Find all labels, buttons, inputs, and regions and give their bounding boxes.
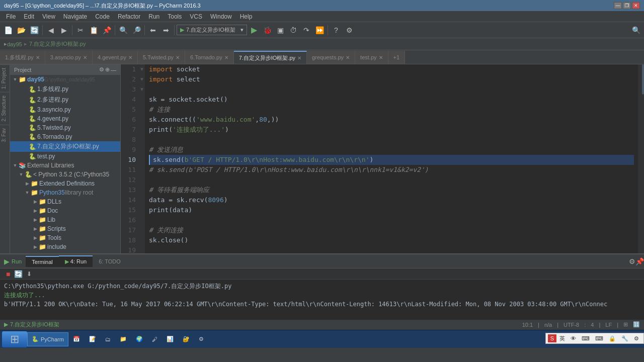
menu-vcs[interactable]: VCS — [186, 12, 206, 21]
tab-2[interactable]: 4.gevent.py ✕ — [93, 51, 138, 64]
tab-2-close[interactable]: ✕ — [128, 55, 132, 60]
tree-item-tools[interactable]: ▶ 📁 Tools — [10, 233, 120, 242]
tree-item-ext-defs[interactable]: ▶ 📁 Extended Definitions — [10, 179, 120, 188]
tab-6-close[interactable]: ✕ — [346, 55, 350, 60]
gutter-tab-structure[interactable]: 2: Structure — [0, 92, 10, 125]
breadcrumb-file[interactable]: 7.自定义异步IO框架.py — [29, 40, 86, 48]
taskbar-item-6[interactable]: 🌍 — [131, 332, 147, 346]
menu-help[interactable]: Help — [236, 12, 257, 21]
menu-run[interactable]: Run — [144, 12, 164, 21]
help-button[interactable]: ? — [330, 24, 342, 36]
tree-item-include[interactable]: ▶ 📁 include — [10, 242, 120, 251]
tree-item-3-asyncio[interactable]: 🐍 3.asyncio.py — [10, 105, 120, 114]
resume-button[interactable]: ⏩ — [313, 24, 326, 36]
taskbar-item-7[interactable]: 🖋 — [147, 332, 162, 346]
menu-tools[interactable]: Tools — [164, 12, 186, 21]
menu-code[interactable]: Code — [91, 12, 114, 21]
bottom-tab-terminal[interactable]: Terminal — [26, 256, 59, 267]
menu-view[interactable]: View — [38, 12, 59, 21]
taskbar-item-10[interactable]: ⚙ — [194, 332, 208, 346]
tree-item-2-duojincheng[interactable]: 🐍 2.多进程.py — [10, 95, 120, 105]
tab-7-close[interactable]: ✕ — [379, 55, 383, 60]
menu-refactor[interactable]: Refactor — [114, 12, 144, 21]
fold-1[interactable]: ▼ — [139, 64, 145, 74]
fold-2[interactable]: ▼ — [139, 74, 145, 84]
taskbar-item-8[interactable]: 📊 — [162, 332, 178, 346]
taskbar-item-9[interactable]: 🔐 — [178, 332, 194, 346]
run-scroll-btn[interactable]: ⬇ — [25, 270, 34, 278]
search-button[interactable]: 🔍 — [117, 24, 129, 36]
new-file-button[interactable]: 📄 — [2, 24, 14, 36]
tab-4[interactable]: 6.Tornado.py ✕ — [185, 51, 234, 64]
tab-5[interactable]: 7.自定义异步IO框架.py ✕ — [234, 51, 307, 64]
debug-button[interactable]: 🐞 — [261, 24, 273, 36]
tab-1-close[interactable]: ✕ — [83, 55, 87, 60]
tree-item-scripts[interactable]: ▶ 📁 Scripts — [10, 224, 120, 233]
bottom-settings-btn[interactable]: ⚙ — [629, 257, 635, 265]
tab-3-close[interactable]: ✕ — [176, 55, 180, 60]
ime-eye-btn[interactable]: 👁 — [568, 334, 579, 342]
back-button[interactable]: ◀ — [45, 24, 57, 36]
start-button[interactable]: ⊞ — [2, 331, 27, 347]
editor[interactable]: 1 2 3 4 5 6 7 8 9 10 11 12 13 14 15 16 1… — [121, 64, 644, 253]
tree-item-lib[interactable]: ▶ 📁 Lib — [10, 215, 120, 224]
ime-kb1-btn[interactable]: ⌨ — [579, 334, 592, 343]
profile-button[interactable]: ⏱ — [287, 24, 299, 36]
menu-window[interactable]: Window — [206, 12, 236, 21]
breadcrumb-day95[interactable]: day95 — [7, 41, 22, 47]
ime-settings-btn[interactable]: ⚙ — [631, 334, 641, 343]
tree-item-doc[interactable]: ▶ 📁 Doc — [10, 206, 120, 215]
paste-button[interactable]: 📌 — [101, 24, 113, 36]
search-everywhere-button[interactable]: 🔍 — [630, 24, 642, 36]
sidebar-collapse-btn[interactable]: — — [111, 66, 116, 73]
next-occurrence-button[interactable]: ➡ — [160, 24, 172, 36]
run-restart-btn[interactable]: 🔄 — [12, 270, 25, 278]
ime-tool-btn[interactable]: 🔧 — [619, 334, 631, 343]
taskbar-item-3[interactable]: 📝 — [85, 332, 101, 346]
restore-button[interactable]: ❐ — [623, 2, 631, 9]
settings-button[interactable]: ⚙ — [343, 24, 355, 36]
minimize-button[interactable]: — — [614, 2, 622, 9]
bottom-pin-btn[interactable]: 📌 — [635, 257, 644, 265]
tab-5-close[interactable]: ✕ — [297, 55, 301, 61]
ime-kb2-btn[interactable]: ⌨ — [593, 334, 606, 343]
step-button[interactable]: ↷ — [300, 24, 312, 36]
copy-button[interactable]: 📋 — [88, 24, 100, 36]
taskbar-item-2[interactable]: 📅 — [68, 332, 85, 346]
fold-14[interactable]: ▼ — [139, 84, 145, 95]
sync-button[interactable]: 🔄 — [28, 24, 40, 36]
tree-item-test[interactable]: 🐍 test.py — [10, 152, 120, 161]
run-stop-btn[interactable]: ■ — [4, 270, 12, 278]
tab-0-close[interactable]: ✕ — [36, 55, 40, 60]
menu-file[interactable]: File — [2, 12, 20, 21]
tree-item-day95-root[interactable]: ▼ 📁 day95 G:\python_code\day95 — [10, 75, 120, 84]
tree-item-1-duoxiancheng[interactable]: 🐍 1.多线程.py — [10, 84, 120, 95]
tree-item-4-gevent[interactable]: 🐍 4.gevent.py — [10, 114, 120, 123]
ime-lang-btn[interactable]: 英 — [557, 334, 568, 343]
sidebar-expand-btn[interactable]: ⊕ — [105, 66, 110, 73]
prev-occurrence-button[interactable]: ⬅ — [147, 24, 159, 36]
tree-item-5-twisted[interactable]: 🐍 5.Twisted.py — [10, 123, 120, 132]
close-button[interactable]: ✕ — [632, 2, 640, 9]
tab-0[interactable]: 1.多线程.py ✕ — [0, 51, 45, 64]
tree-item-python35[interactable]: ▼ 🐍 < Python 3.5.2 (C:\Python35 — [10, 170, 120, 179]
taskbar-item-pycharm[interactable]: 🐍 PyCharm — [27, 332, 68, 346]
menu-edit[interactable]: Edit — [20, 12, 38, 21]
run-config-selector[interactable]: ▶ 7.自定义异步IO框架 ▾ — [177, 25, 247, 35]
menu-navigate[interactable]: Navigate — [59, 12, 91, 21]
bottom-tab-todo[interactable]: 6: TODO — [93, 256, 127, 266]
tree-item-7-custom[interactable]: 🐍 7.自定义异步IO框架.py — [10, 141, 120, 152]
tab-6[interactable]: grequests.py ✕ — [307, 51, 355, 64]
open-button[interactable]: 📂 — [15, 24, 27, 36]
tree-item-py35-lib[interactable]: ▼ 📁 Python35 library root — [10, 188, 120, 197]
tree-item-dlls[interactable]: ▶ 📁 DLLs — [10, 197, 120, 206]
tree-item-6-tornado[interactable]: 🐍 6.Tornado.py — [10, 132, 120, 141]
run-tab[interactable]: ▶ Run — [0, 257, 26, 265]
cut-button[interactable]: ✂ — [74, 24, 87, 36]
find-usages-button[interactable]: 🔎 — [130, 24, 142, 36]
sidebar-settings-btn[interactable]: ⚙ — [99, 66, 104, 73]
bottom-tab-run[interactable]: ▶ 4: Run — [59, 255, 93, 267]
forward-button[interactable]: ▶ — [58, 24, 70, 36]
tab-8[interactable]: +1 — [388, 51, 406, 64]
tab-1[interactable]: 3.asyncio.py ✕ — [45, 51, 93, 64]
